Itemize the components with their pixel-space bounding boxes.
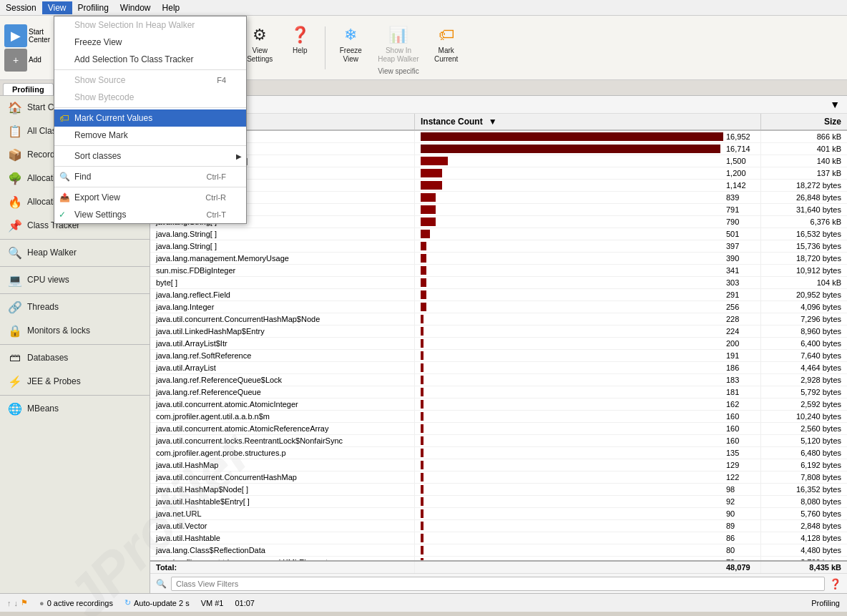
mark-current-values-label: Mark Current Values [74,113,152,123]
mark-values-icon: 🏷 [59,112,70,124]
find-shortcut: Ctrl-F [207,172,227,181]
show-source-shortcut: F4 [217,76,226,84]
menu-find[interactable]: 🔍 Find Ctrl-F [54,168,246,185]
menu-profiling[interactable]: Profiling [72,1,114,14]
dropdown-overlay[interactable]: Show Selection In Heap Walker Freeze Vie… [0,16,847,616]
menu-export-view[interactable]: 📤 Export View Ctrl-R [54,189,246,206]
sort-classes-label: Sort classes [74,151,121,161]
add-selection-class-tracker-label: Add Selection To Class Tracker [74,54,194,64]
view-settings-check: ✓ [59,210,66,220]
menu-show-selection-heap-walker[interactable]: Show Selection In Heap Walker [54,16,246,34]
menu-help[interactable]: Help [157,1,186,14]
menu-show-bytecode[interactable]: Show Bytecode [54,89,246,106]
menu-mark-current-values[interactable]: 🏷 Mark Current Values [54,109,246,127]
sort-classes-arrow: ▶ [236,152,242,160]
freeze-view-label: Freeze View [74,37,122,47]
dropdown-menu: Show Selection In Heap Walker Freeze Vie… [54,16,247,224]
menu-session[interactable]: Session [0,1,42,14]
show-selection-heap-walker-label: Show Selection In Heap Walker [74,20,195,30]
view-settings-label: View Settings [74,210,127,220]
remove-mark-label: Remove Mark [74,130,128,140]
menu-add-selection-class-tracker[interactable]: Add Selection To Class Tracker [54,51,246,68]
menu-remove-mark[interactable]: Remove Mark [54,127,246,144]
show-bytecode-label: Show Bytecode [74,92,134,102]
dropdown-sep-2 [54,107,246,108]
dropdown-sep-4 [54,166,246,167]
menu-view-settings[interactable]: ✓ View Settings Ctrl-T [54,206,246,223]
find-icon: 🔍 [59,171,70,182]
menu-bar: Session View Profiling Window Help [0,0,847,16]
menu-view[interactable]: View [42,1,72,14]
menu-sort-classes[interactable]: Sort classes ▶ [54,147,246,165]
menu-show-source[interactable]: Show Source F4 [54,72,246,89]
dropdown-sep-1 [54,69,246,70]
dropdown-sep-5 [54,187,246,187]
dropdown-sep-3 [54,145,246,146]
menu-freeze-view[interactable]: Freeze View [54,34,246,51]
menu-window[interactable]: Window [114,1,157,14]
view-settings-shortcut: Ctrl-T [207,210,227,219]
show-source-label: Show Source [74,75,125,85]
export-view-shortcut: Ctrl-R [205,193,226,202]
export-view-icon: 📤 [59,192,70,203]
find-label: Find [74,172,91,182]
export-view-label: Export View [74,192,120,202]
